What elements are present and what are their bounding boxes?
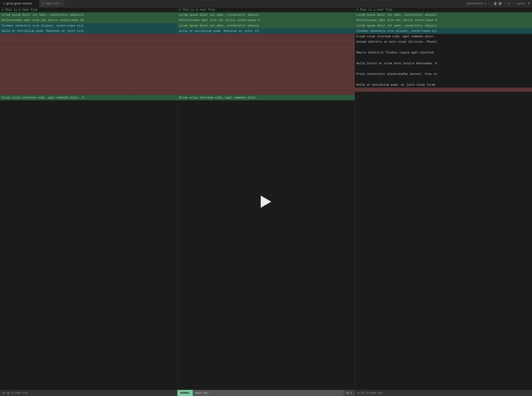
right-buf2: ▓2 xyxy=(499,2,503,5)
left-dashed-7 xyxy=(0,75,177,81)
right-line-11 xyxy=(355,66,532,71)
right-line-7 xyxy=(355,44,532,50)
right-info: gita/test2 ≠ . xyxy=(467,2,489,5)
middle-dashed-6 xyxy=(177,68,355,75)
left-deleted-block xyxy=(0,34,177,95)
middle-line-1: Lorem ipsum dolor sit amet, consectetur … xyxy=(177,12,355,17)
close-icon[interactable]: X xyxy=(528,2,530,5)
right-file-header: # This is a test file xyxy=(355,7,532,12)
left-header-text: # This is a test file xyxy=(2,8,38,12)
left-dashed-3 xyxy=(0,47,177,54)
tab-2[interactable]: 2 test.txt + xyxy=(39,0,64,7)
middle-header-text: # This is a test file xyxy=(179,8,215,12)
right-line-12: Proin consectetur placeratwfwe laoreet. … xyxy=(355,71,532,77)
left-dashed-2 xyxy=(0,41,177,47)
left-line-4: Nulla ut vestibulum quam. Maecenas ac ju… xyxy=(0,28,177,34)
left-bottom-line: Etiam vitae interdum nibh, eget commodo … xyxy=(0,95,177,100)
middle-dashed-9 xyxy=(177,88,355,95)
tab-bar-right: gita/test2 ≠ . | ▓1 ▓2 | !1 | ~/gita X xyxy=(467,2,532,5)
right-dashed-marker: ----------------------------------------… xyxy=(355,87,532,92)
right-content: Lorem ipsum dolor sit amet, consectetur … xyxy=(355,12,532,390)
right-line-13 xyxy=(355,77,532,82)
middle-bottom-line: Etiam vitae interdum nibh, eget commodo … xyxy=(177,95,355,100)
mode-indicator: NORMAL xyxy=(177,390,193,396)
tab-1-label: 1 gita:gita:status xyxy=(3,2,32,5)
left-dashed-1 xyxy=(0,34,177,41)
middle-dashed-3 xyxy=(177,47,355,54)
left-dashed-4 xyxy=(0,54,177,61)
right-line-14: Nulla ut vestibulum quam. ac justo vitae… xyxy=(355,82,532,87)
left-content: Lorem ipsum dolor sit amet, consectetur … xyxy=(0,12,177,390)
cursor-position: 10:1 xyxy=(343,390,355,396)
right-line-10: Nulla luctus ex vitae ante iaculis males… xyxy=(355,61,532,66)
middle-dashed-4 xyxy=(177,54,355,61)
middle-dashed-1 xyxy=(177,34,355,41)
middle-status-bar: NORMAL test.txt * 10:1 xyxy=(177,390,355,396)
middle-dashed-8 xyxy=(177,82,355,88)
tab-separator-1: - xyxy=(33,2,35,5)
left-dashed-5 xyxy=(0,61,177,68)
right-buf1: ▓1 xyxy=(494,2,498,5)
main-area: # This is a test file Lorem ipsum dolor … xyxy=(0,7,532,396)
left-line-2: Pellentesque eget eros nec lectus sceler… xyxy=(0,17,177,23)
left-line-1: Lorem ipsum dolor sit amet, consectetur … xyxy=(0,12,177,17)
middle-content: Lorem ipsum dolor sit amet, consectetur … xyxy=(177,12,355,390)
middle-line-3: Lorem ipsum dolor sit amet, consectetur … xyxy=(177,23,355,28)
right-header-text: # This is a test file xyxy=(357,8,392,12)
left-dashed-9 xyxy=(0,88,177,95)
pane-middle: # This is a test file Lorem ipsum dolor … xyxy=(177,7,355,396)
left-status-text: g//g/:1:test.txt xyxy=(0,390,177,396)
right-line-6: Aenean pharetra in ante vitae ultricies.… xyxy=(355,39,532,44)
pane-right: # This is a test file Lorem ipsum dolor … xyxy=(355,7,532,396)
right-line-3: Lorem ipsum dolor sit amet, consectetur … xyxy=(355,23,532,28)
middle-dashed-7 xyxy=(177,75,355,81)
middle-dashed-2 xyxy=(177,41,355,47)
left-status-bar: g//g/:1:test.txt xyxy=(0,390,177,396)
right-mark: !1 xyxy=(507,2,510,5)
tab-2-label: 2 test.txt xyxy=(42,2,58,5)
middle-dashed-5 xyxy=(177,61,355,68)
right-status-text: g//g/:2:test.txt xyxy=(355,390,532,396)
right-line-5: Etiam vitae interdum nibh, eget commodo … xyxy=(355,34,532,39)
right-line-4: Vivamus venenatis urna aliquet, sceleris… xyxy=(355,28,532,34)
tab-2-plus: + xyxy=(59,2,61,5)
middle-filename: test.txt * xyxy=(193,390,343,396)
right-line-1: Lorem ipsum dolor sit amet, consectetur … xyxy=(355,12,532,17)
tab-1[interactable]: 1 gita:gita:status - xyxy=(0,0,39,7)
right-line-8: Mauris hendrerit finibus ligula eget ele… xyxy=(355,50,532,55)
left-dashed-6 xyxy=(0,68,177,75)
left-dashed-8 xyxy=(0,82,177,88)
pane-left: # This is a test file Lorem ipsum dolor … xyxy=(0,7,177,396)
tab-bar: 1 gita:gita:status - 2 test.txt + gita/t… xyxy=(0,0,532,7)
right-line-2: Pellentesque eget eros nec lectus sceler… xyxy=(355,17,532,23)
middle-line-2: Pellentesque eget eros nec lectus sceler… xyxy=(177,17,355,23)
middle-line-4: Nulla ut vestibulum quam. Maecenas ac ju… xyxy=(177,28,355,34)
right-status-bar: g//g/:2:test.txt xyxy=(355,390,532,396)
middle-deleted-block xyxy=(177,34,355,95)
right-path: ~/gita xyxy=(515,2,525,5)
left-line-3: Vivamus venenatis urna aliquet, sceleris… xyxy=(0,23,177,28)
left-file-header: # This is a test file xyxy=(0,7,177,12)
middle-file-header: # This is a test file xyxy=(177,7,355,12)
right-line-9 xyxy=(355,55,532,61)
